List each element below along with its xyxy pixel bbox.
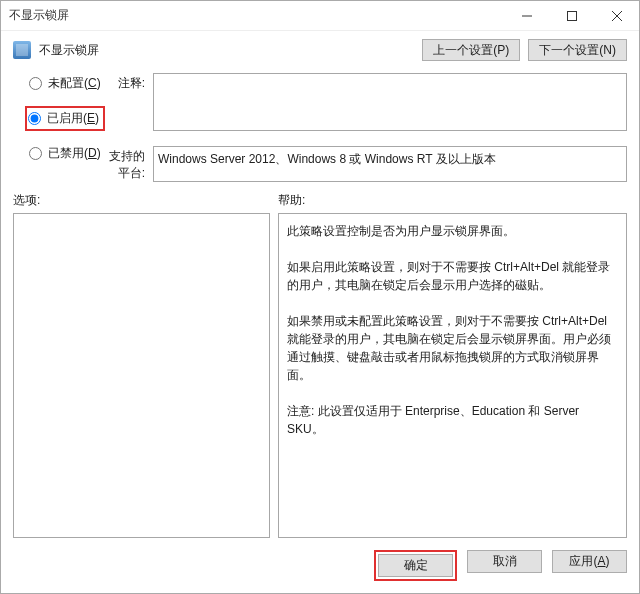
policy-name: 不显示锁屏 — [39, 42, 414, 59]
radio-enabled-input[interactable] — [28, 112, 41, 125]
policy-header: 不显示锁屏 上一个设置(P) 下一个设置(N) — [1, 31, 639, 69]
titlebar: 不显示锁屏 — [1, 1, 639, 31]
state-radio-group: 未配置(C) 已启用(E) 已禁用(D) — [1, 69, 105, 186]
close-button[interactable] — [594, 1, 639, 31]
supported-label: 支持的平台: — [105, 146, 153, 182]
maximize-button[interactable] — [549, 1, 594, 31]
policy-icon — [13, 41, 31, 59]
minimize-button[interactable] — [504, 1, 549, 31]
radio-disabled-input[interactable] — [29, 147, 42, 160]
radio-not-configured[interactable]: 未配置(C) — [29, 75, 105, 92]
options-label: 选项: — [13, 192, 278, 209]
supported-text: Windows Server 2012、Windows 8 或 Windows … — [153, 146, 627, 182]
dialog-window: 不显示锁屏 不显示锁屏 上一个设置(P) 下一个设置(N) 未配置(C) 已启用… — [0, 0, 640, 594]
highlight-ok: 确定 — [374, 550, 457, 581]
footer: 确定 取消 应用(A) — [1, 538, 639, 593]
apply-button[interactable]: 应用(A) — [552, 550, 627, 573]
previous-setting-button[interactable]: 上一个设置(P) — [422, 39, 520, 61]
ok-button[interactable]: 确定 — [378, 554, 453, 577]
options-pane — [13, 213, 270, 538]
next-setting-button[interactable]: 下一个设置(N) — [528, 39, 627, 61]
comment-label: 注释: — [105, 73, 153, 92]
radio-enabled[interactable]: 已启用(E) — [28, 110, 102, 127]
cancel-button[interactable]: 取消 — [467, 550, 542, 573]
help-pane: 此策略设置控制是否为用户显示锁屏界面。 如果启用此策略设置，则对于不需要按 Ct… — [278, 213, 627, 538]
radio-disabled[interactable]: 已禁用(D) — [29, 145, 105, 162]
highlight-enabled: 已启用(E) — [25, 106, 105, 131]
section-labels: 选项: 帮助: — [1, 186, 639, 213]
help-label: 帮助: — [278, 192, 305, 209]
comment-textarea[interactable] — [153, 73, 627, 131]
svg-rect-1 — [567, 11, 576, 20]
radio-not-configured-input[interactable] — [29, 77, 42, 90]
panes: 此策略设置控制是否为用户显示锁屏界面。 如果启用此策略设置，则对于不需要按 Ct… — [1, 213, 639, 538]
comment-row: 注释: — [105, 69, 639, 138]
supported-row: 支持的平台: Windows Server 2012、Windows 8 或 W… — [105, 138, 639, 186]
window-title: 不显示锁屏 — [9, 7, 504, 24]
